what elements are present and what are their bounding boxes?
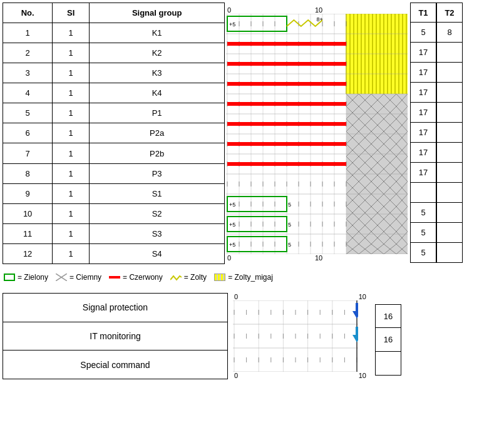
legend-zolty-label: = Zolty xyxy=(184,273,207,282)
t2-cell xyxy=(436,223,463,243)
t2-cell xyxy=(436,123,463,143)
svg-marker-370 xyxy=(352,311,358,319)
cell-group: P2b xyxy=(90,143,225,163)
t1-cell: 17 xyxy=(410,63,436,83)
t-data-row: 17 xyxy=(410,123,463,143)
svg-rect-318 xyxy=(227,237,287,252)
table-row: 9 1 S1 xyxy=(3,183,225,203)
t2-cell xyxy=(436,203,463,223)
table-row: 2 1 K2 xyxy=(3,43,225,63)
axis-label-10: 10 xyxy=(315,6,322,14)
table-row: 6 1 P2a xyxy=(3,123,225,143)
t1-cell: 17 xyxy=(410,83,436,103)
t2-header: T2 xyxy=(436,3,463,23)
cell-group: K1 xyxy=(90,23,225,43)
svg-text:+5: +5 xyxy=(229,222,235,228)
cell-group: K4 xyxy=(90,83,225,103)
legend-zolty: = Zolty xyxy=(170,273,207,282)
table-row: 7 1 P2b xyxy=(3,143,225,163)
axis-label-0: 0 xyxy=(227,6,231,14)
zolty-icon xyxy=(170,274,182,281)
svg-rect-309 xyxy=(227,122,346,126)
t1-header: T1 xyxy=(410,3,436,23)
legend-czerwony-label: = Czerwony xyxy=(123,273,163,282)
svg-text:+5: +5 xyxy=(229,242,235,248)
cell-si: 1 xyxy=(53,243,90,263)
svg-text:8+: 8+ xyxy=(317,16,323,23)
svg-text:+5: +5 xyxy=(229,21,235,28)
svg-text:+5: +5 xyxy=(229,202,235,208)
t2-cell xyxy=(436,143,463,163)
t-data-rows: 5 8 17 17 17 17 17 17 17 5 5 5 xyxy=(410,23,463,263)
col-header-no: No. xyxy=(3,3,53,23)
timeline-svg: +5+5+5+58+555 xyxy=(226,14,408,254)
cell-no: 3 xyxy=(3,63,53,83)
cell-group: P3 xyxy=(90,163,225,183)
cell-si: 1 xyxy=(53,123,90,143)
labels-table: Signal protectionIT monitoringSpecial co… xyxy=(3,293,228,379)
t-data-row: 17 xyxy=(410,83,463,103)
svg-marker-372 xyxy=(352,335,358,342)
table-row: 3 1 K3 xyxy=(3,63,225,83)
t2-cell: 8 xyxy=(436,23,463,43)
cell-si: 1 xyxy=(53,163,90,183)
t-data-row: 17 xyxy=(410,103,463,123)
signal-table: No. SI Signal group 1 1 K1 2 1 K2 3 1 K3… xyxy=(3,3,225,264)
cell-no: 10 xyxy=(3,203,53,223)
t1-cell: 17 xyxy=(410,103,436,123)
label-row: Special command xyxy=(3,350,228,379)
t-data-row: 5 8 xyxy=(410,23,463,43)
t-data-row: 17 xyxy=(410,43,463,63)
bottom-axis-bottom-10: 10 xyxy=(359,372,366,379)
t1-cell: 5 xyxy=(410,23,436,43)
table-row: 5 1 P1 xyxy=(3,103,225,123)
svg-text:5: 5 xyxy=(288,222,291,228)
bottom-axis-10: 10 xyxy=(359,293,366,300)
cell-no: 8 xyxy=(3,163,53,183)
cell-group: K3 xyxy=(90,63,225,83)
cell-si: 1 xyxy=(53,23,90,43)
cell-no: 11 xyxy=(3,223,53,243)
svg-text:5: 5 xyxy=(288,242,291,248)
cell-si: 1 xyxy=(53,183,90,203)
cell-no: 6 xyxy=(3,123,53,143)
svg-rect-311 xyxy=(227,162,346,166)
svg-text:5: 5 xyxy=(288,202,291,208)
zielony-icon xyxy=(4,274,15,281)
cell-si: 1 xyxy=(53,63,90,83)
t-data-row: 17 xyxy=(410,63,463,83)
cell-no: 12 xyxy=(3,243,53,263)
legend-zielony-label: = Zielony xyxy=(18,273,48,282)
table-row: 4 1 K4 xyxy=(3,83,225,103)
chart-area: 0 10 +5+5+5+58+555 0 10 xyxy=(226,3,408,264)
t2-cell xyxy=(436,83,463,103)
t-data-row xyxy=(410,183,463,203)
legend-ciemny: = Ciemny xyxy=(56,273,101,282)
cell-group: P1 xyxy=(90,103,225,123)
label-cell: IT monitoring xyxy=(3,322,228,350)
legend-zolty-migaj-label: = Zolty_migaj xyxy=(228,273,273,282)
zolty-migaj-icon xyxy=(214,274,225,281)
cell-no: 5 xyxy=(3,103,53,123)
label-row: Signal protection xyxy=(3,294,228,322)
t1-cell: 5 xyxy=(410,203,436,223)
cell-group: P2a xyxy=(90,123,225,143)
axis-top: 0 10 xyxy=(226,3,408,14)
cell-no: 2 xyxy=(3,43,53,63)
label-row: IT monitoring xyxy=(3,322,228,350)
axis-bottom: 0 10 xyxy=(226,254,408,264)
bottom-section: Signal protectionIT monitoringSpecial co… xyxy=(3,293,501,379)
table-row: 10 1 S2 xyxy=(3,203,225,223)
cell-no: 7 xyxy=(3,143,53,163)
bottom-t-cell: 16 xyxy=(375,328,401,352)
label-cell: Signal protection xyxy=(3,294,228,322)
svg-rect-306 xyxy=(227,62,346,66)
col-header-si: SI xyxy=(53,3,90,23)
t1-cell: 5 xyxy=(410,223,436,243)
col-header-group: Signal group xyxy=(90,3,225,23)
cell-si: 1 xyxy=(53,43,90,63)
cell-group: S1 xyxy=(90,183,225,203)
t-data-row: 17 xyxy=(410,143,463,163)
t2-cell xyxy=(436,183,463,203)
axis-bottom-10: 10 xyxy=(315,254,322,262)
